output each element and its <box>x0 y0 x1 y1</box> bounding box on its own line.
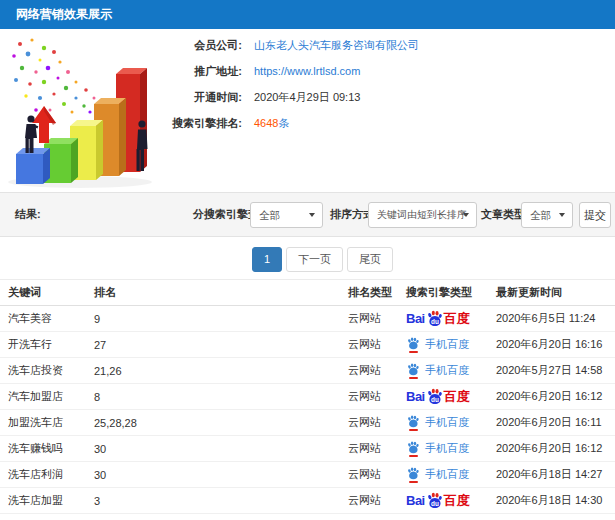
header-rank: 排名 <box>88 280 342 306</box>
company-label: 会员公司: <box>170 38 242 53</box>
page-header: 网络营销效果展示 <box>0 0 615 29</box>
baidu-mobile-label: 手机百度 <box>425 365 469 376</box>
company-link[interactable]: 山东老人头汽车服务咨询有限公司 <box>254 38 419 53</box>
table-row: 加盟洗车店 25,28,28 云网站 手机百度 2020年6月20日 16:11 <box>0 410 615 436</box>
table-row: 汽车美容 9 云网站 Bai du 百度 2020年6月5日 11:24 <box>0 306 615 332</box>
baidu-paw-icon: du <box>426 492 443 509</box>
updated-time-cell: 2020年5月27日 14:58 <box>490 358 615 384</box>
rank-type-cell: 云网站 <box>342 358 400 384</box>
svg-text:du: du <box>431 396 439 403</box>
baidu-logo-bai-text: Bai <box>406 312 425 325</box>
header-rank-type: 排名类型 <box>342 280 400 306</box>
engine-type-cell: 手机百度 <box>400 358 490 384</box>
baidu-mobile-paw-icon <box>406 337 420 353</box>
header-updated: 最新更新时间 <box>490 280 615 306</box>
baidu-mobile-logo: 手机百度 <box>406 337 469 353</box>
keyword-ranking-table: 关键词 排名 排名类型 搜索引擎类型 最新更新时间 汽车美容 9 云网站 Bai… <box>0 279 615 514</box>
baidu-mobile-paw-icon <box>406 467 420 483</box>
rank-cell[interactable]: 30 <box>88 436 342 462</box>
rank-unit: 条 <box>278 117 289 129</box>
baidu-mobile-paw-icon <box>406 363 420 379</box>
engine-type-cell: 手机百度 <box>400 410 490 436</box>
table-row: 洗车赚钱吗 30 云网站 手机百度 2020年6月20日 16:12 <box>0 436 615 462</box>
engine-type-cell: 手机百度 <box>400 462 490 488</box>
baidu-paw-icon: du <box>426 388 443 405</box>
rank-cell[interactable]: 27 <box>88 332 342 358</box>
keyword-cell: 洗车店加盟 <box>0 488 88 514</box>
company-row: 会员公司: 山东老人头汽车服务咨询有限公司 <box>170 32 600 58</box>
next-page-button[interactable]: 下一页 <box>286 247 343 272</box>
baidu-mobile-logo: 手机百度 <box>406 415 469 431</box>
updated-time-cell: 2020年6月20日 16:16 <box>490 332 615 358</box>
article-type-selected-value: 全部 <box>530 209 551 221</box>
header-keyword: 关键词 <box>0 280 88 306</box>
baidu-mobile-paw-icon <box>406 441 420 457</box>
rank-count: 4648 <box>254 117 278 129</box>
open-time-label: 开通时间: <box>170 90 242 105</box>
baidu-mobile-label: 手机百度 <box>425 339 469 350</box>
baidu-logo-cn-text: 百度 <box>444 494 470 507</box>
chevron-down-icon <box>559 213 565 217</box>
promotion-url-link[interactable]: https://www.lrtlsd.com <box>254 65 360 77</box>
open-time-value: 2020年4月29日 09:13 <box>254 90 360 105</box>
bar-blue <box>16 148 50 184</box>
updated-time-cell: 2020年6月18日 14:27 <box>490 462 615 488</box>
rank-cell[interactable]: 25,28,28 <box>88 410 342 436</box>
open-time-row: 开通时间: 2020年4月29日 09:13 <box>170 84 600 110</box>
table-row: 汽车加盟店 8 云网站 Bai du 百度 2020年6月20日 16:12 <box>0 384 615 410</box>
baidu-mobile-label: 手机百度 <box>425 443 469 454</box>
article-type-select[interactable]: 全部 <box>521 202 573 228</box>
baidu-mobile-paw-icon <box>406 415 420 431</box>
engine-type-cell: Bai du 百度 <box>400 306 490 332</box>
engine-type-cell: 手机百度 <box>400 436 490 462</box>
submit-button[interactable]: 提交 <box>579 202 611 228</box>
engine-filter-select[interactable]: 全部 <box>250 202 323 228</box>
baidu-logo-cn-text: 百度 <box>444 312 470 325</box>
rank-type-cell: 云网站 <box>342 384 400 410</box>
baidu-logo-bai-text: Bai <box>406 390 425 403</box>
marketing-report-page: 网络营销效果展示 <box>0 0 615 520</box>
result-label: 结果: <box>15 193 41 236</box>
last-page-button[interactable]: 尾页 <box>347 247 393 272</box>
sort-selected-value: 关键词由短到长排序 <box>377 209 467 220</box>
promotion-url-row: 推广地址: https://www.lrtlsd.com <box>170 58 600 84</box>
account-info: 会员公司: 山东老人头汽车服务咨询有限公司 推广地址: https://www.… <box>170 32 600 136</box>
engine-rank-value: 4648条 <box>254 116 289 131</box>
table-row: 洗车店加盟 3 云网站 Bai du 百度 2020年6月18日 14:30 <box>0 488 615 514</box>
page-title: 网络营销效果展示 <box>16 7 112 21</box>
engine-filter-selected-value: 全部 <box>259 209 280 221</box>
baidu-paw-icon: du <box>426 310 443 327</box>
rank-type-cell: 云网站 <box>342 410 400 436</box>
header-engine-type: 搜索引擎类型 <box>400 280 490 306</box>
rank-cell[interactable]: 21,26 <box>88 358 342 384</box>
engine-type-cell: 手机百度 <box>400 332 490 358</box>
chevron-down-icon <box>463 213 469 217</box>
baidu-logo: Bai du 百度 <box>406 310 470 327</box>
bar-chart-illustration-svg <box>2 32 170 190</box>
keyword-cell: 开洗车行 <box>0 332 88 358</box>
keyword-cell: 洗车赚钱吗 <box>0 436 88 462</box>
keyword-cell: 洗车店投资 <box>0 358 88 384</box>
baidu-mobile-logo: 手机百度 <box>406 441 469 457</box>
keyword-cell: 洗车店利润 <box>0 462 88 488</box>
updated-time-cell: 2020年6月18日 14:30 <box>490 488 615 514</box>
engine-type-cell: Bai du 百度 <box>400 488 490 514</box>
baidu-logo-bai-text: Bai <box>406 494 425 507</box>
page-1-button[interactable]: 1 <box>252 247 282 272</box>
rank-type-cell: 云网站 <box>342 436 400 462</box>
updated-time-cell: 2020年6月5日 11:24 <box>490 306 615 332</box>
keyword-cell: 加盟洗车店 <box>0 410 88 436</box>
engine-type-cell: Bai du 百度 <box>400 384 490 410</box>
baidu-mobile-logo: 手机百度 <box>406 467 469 483</box>
rank-type-cell: 云网站 <box>342 462 400 488</box>
table-row: 洗车店利润 30 云网站 手机百度 2020年6月18日 14:27 <box>0 462 615 488</box>
rank-cell[interactable]: 8 <box>88 384 342 410</box>
rank-cell[interactable]: 30 <box>88 462 342 488</box>
rank-cell[interactable]: 9 <box>88 306 342 332</box>
keyword-cell: 汽车美容 <box>0 306 88 332</box>
chevron-down-icon <box>309 213 315 217</box>
baidu-logo-cn-text: 百度 <box>444 390 470 403</box>
article-type-label: 文章类型 <box>481 193 525 236</box>
sort-select[interactable]: 关键词由短到长排序 <box>368 202 477 228</box>
rank-cell[interactable]: 3 <box>88 488 342 514</box>
